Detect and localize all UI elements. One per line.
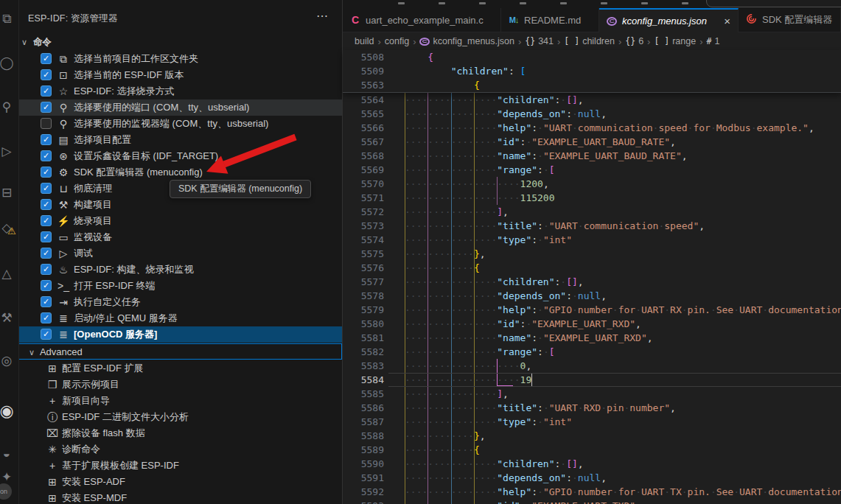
code-line-5592[interactable]: 5592················"help":·"GPIO·number… [343, 485, 841, 499]
line-number[interactable]: 5569 [343, 163, 384, 177]
code-line-5585[interactable]: 5585················], [343, 387, 841, 401]
code-line-5591[interactable]: 5591················"depends_on":·null, [343, 471, 841, 485]
line-number[interactable]: 5583 [343, 359, 384, 373]
line-number[interactable]: 5509 [343, 64, 384, 78]
line-number[interactable]: 5584 [343, 373, 384, 387]
line-number[interactable]: 5571 [343, 191, 384, 205]
checkbox[interactable]: ✓ [41, 296, 52, 307]
checkbox[interactable]: ✓ [41, 248, 52, 259]
code-line-5587[interactable]: 5587················"type":·"int" [343, 415, 841, 429]
code-line-5571[interactable]: 5571····················115200 [343, 191, 841, 205]
line-number[interactable]: 5574 [343, 233, 384, 247]
code-line-5565[interactable]: 5565················"depends_on":·null, [343, 107, 841, 121]
espressif-view-icon[interactable]: ◉ [0, 402, 18, 420]
breadcrumb-segment[interactable]: {}341 [525, 36, 554, 46]
checkbox[interactable]: ✓ [41, 231, 52, 242]
code-line-5590[interactable]: 5590················"children":·[], [343, 457, 841, 471]
code-line-5564[interactable]: 5564················"children":·[], [343, 93, 841, 107]
sidebar-item-cmd-6[interactable]: ✓⊛设置乐鑫设备目标 (IDF_TARGET) [18, 148, 342, 164]
code-line-5581[interactable]: 5581················"name":·"EXAMPLE_UAR… [343, 331, 841, 345]
line-number[interactable]: 5566 [343, 121, 384, 135]
tab-kconfig-menus-json[interactable]: kconfig_menus.json× [599, 8, 739, 32]
code-line-5588[interactable]: 5588············}, [343, 429, 841, 443]
checkbox[interactable]: ✓ [41, 85, 52, 97]
sidebar-item-cmd-14[interactable]: ✓>_打开 ESP-IDF 终端 [18, 278, 342, 294]
sidebar-item-cmd-15[interactable]: ✓⇥执行自定义任务 [18, 294, 342, 310]
line-number[interactable]: 5581 [343, 331, 384, 345]
line-number[interactable]: 5508 [343, 50, 384, 64]
code-line-5576[interactable]: 5576············{ [343, 261, 841, 275]
tools-icon[interactable]: ⚒ [0, 309, 18, 327]
sidebar-item-cmd-11[interactable]: ✓▭监视设备 [18, 229, 342, 245]
code-line-5593[interactable]: 5593················"id":·"EXAMPLE_UART_… [343, 499, 841, 504]
sidebar-item-cmd-12[interactable]: ✓▷调试 [18, 245, 342, 262]
line-number[interactable]: 5586 [343, 401, 384, 415]
checkbox[interactable]: ✓ [41, 69, 52, 80]
line-number[interactable]: 5563 [343, 78, 384, 92]
sidebar-item-adv-5[interactable]: ✳诊断命令 [18, 441, 342, 458]
line-number[interactable]: 5582 [343, 345, 384, 359]
line-number[interactable]: 5565 [343, 107, 384, 121]
checkbox[interactable] [41, 118, 52, 129]
line-number[interactable]: 5564 [343, 93, 384, 107]
checkbox[interactable]: ✓ [41, 150, 52, 161]
checkbox[interactable]: ✓ [41, 53, 52, 64]
code-line-5586[interactable]: 5586················"title":·"UART·RXD·p… [343, 401, 841, 415]
code-line-5583[interactable]: 5583····················0, [343, 359, 841, 373]
line-number[interactable]: 5573 [343, 219, 384, 233]
sidebar-item-cmd-3[interactable]: ✓⚲选择要使用的端口 (COM、tty、usbserial) [18, 99, 342, 116]
sidebar-item-cmd-1[interactable]: ✓⊡选择当前的 ESP-IDF 版本 [18, 67, 342, 83]
code-line-5584[interactable]: 5584····················19 [343, 373, 841, 387]
breadcrumb-segment[interactable]: kconfig_menus.json [419, 36, 514, 46]
source-control-icon[interactable]: ⚲ [0, 99, 18, 116]
sidebar-item-cmd-10[interactable]: ✓⚡烧录项目 [18, 213, 342, 229]
checkbox[interactable]: ✓ [41, 329, 52, 340]
checkbox[interactable]: ✓ [41, 102, 52, 113]
tab-readme-md[interactable]: M↓README.md [501, 8, 599, 32]
checkbox[interactable]: ✓ [41, 280, 52, 291]
code-line-5568[interactable]: 5568················"name":·"EXAMPLE_UAR… [343, 149, 841, 163]
section-commands[interactable]: ∨ 命令 [18, 34, 342, 50]
checkbox[interactable]: ✓ [41, 199, 52, 210]
sidebar-item-adv-1[interactable]: ❒展示示例项目 [18, 377, 342, 393]
breadcrumb-segment[interactable]: #1 [707, 36, 720, 46]
line-number[interactable]: 5577 [343, 275, 384, 289]
sidebar-item-adv-7[interactable]: ⊞安装 ESP-ADF [18, 474, 342, 490]
checkbox[interactable]: ✓ [41, 134, 52, 145]
sidebar-item-cmd-16[interactable]: ✓≣启动/停止 QEMU 服务器 [18, 310, 342, 326]
close-icon[interactable]: × [724, 15, 730, 27]
line-number[interactable]: 5585 [343, 387, 384, 401]
line-number[interactable]: 5572 [343, 205, 384, 219]
target-icon[interactable]: ◎ [0, 352, 18, 370]
sidebar-item-adv-2[interactable]: +新项目向导 [18, 393, 342, 409]
breadcrumb-segment[interactable]: {}6 [625, 36, 643, 46]
more-actions-icon[interactable]: ⋯ [316, 9, 329, 23]
breadcrumb-segment[interactable]: config [385, 36, 409, 46]
code-line-5575[interactable]: 5575············}, [343, 247, 841, 261]
sidebar-item-cmd-2[interactable]: ✓☆ESP-IDF: 选择烧录方式 [18, 83, 342, 99]
line-number[interactable]: 5575 [343, 247, 384, 261]
code-line-5579[interactable]: 5579················"help":·"GPIO·number… [343, 303, 841, 317]
breadcrumb-segment[interactable]: [ ]children [564, 36, 615, 46]
checkbox[interactable]: ✓ [41, 264, 52, 275]
breadcrumb-segment[interactable]: build [355, 36, 374, 46]
tab-sdk-config-editor[interactable]: SDK 配置编辑器 [739, 8, 841, 32]
sidebar-item-cmd-7[interactable]: ✓⚙SDK 配置编辑器 (menuconfig) [18, 164, 342, 181]
sidebar-item-adv-8[interactable]: ⊞安装 ESP-MDF [18, 490, 342, 504]
tab-uart-echo-example-main-c[interactable]: Cuart_echo_example_main.c [343, 8, 501, 32]
sidebar-item-adv-0[interactable]: ⊞配置 ESP-IDF 扩展 [18, 360, 342, 377]
account-avatar[interactable]: on [0, 483, 12, 500]
code-line-5573[interactable]: 5573················"title":·"UART·commu… [343, 219, 841, 233]
run-debug-icon[interactable]: ▷ [0, 143, 18, 161]
remote-explorer-icon[interactable]: ⊟ [0, 184, 18, 202]
checkbox[interactable]: ✓ [41, 183, 52, 194]
code-line-5567[interactable]: 5567················"id":·"EXAMPLE_UART_… [343, 135, 841, 149]
line-number[interactable]: 5590 [343, 457, 384, 471]
line-number[interactable]: 5593 [343, 499, 384, 504]
breadcrumb-segment[interactable]: [ ]range [654, 36, 696, 46]
code-line-5580[interactable]: 5580················"id":·"EXAMPLE_UART_… [343, 317, 841, 331]
line-number[interactable]: 5580 [343, 317, 384, 331]
sidebar-item-adv-4[interactable]: ⌧擦除设备 flash 数据 [18, 425, 342, 441]
sidebar-item-cmd-13[interactable]: ✓♨ESP-IDF: 构建、烧录和监视 [18, 262, 342, 278]
code-line-5574[interactable]: 5574················"type":·"int" [343, 233, 841, 247]
